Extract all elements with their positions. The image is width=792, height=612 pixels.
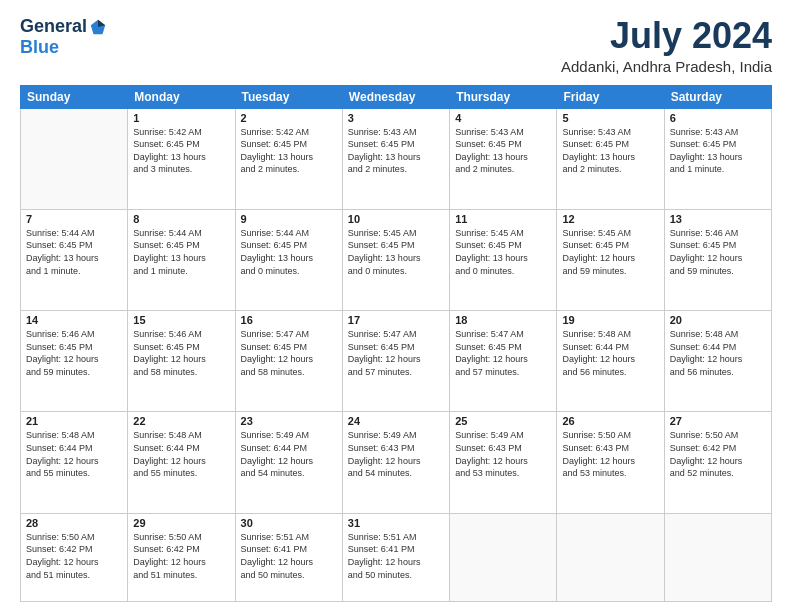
calendar-page: General Blue July 2024 Addanki, Andhra P… [0,0,792,612]
day-number: 9 [241,213,337,225]
day-number: 13 [670,213,766,225]
day-number: 24 [348,415,444,427]
day-info: Sunrise: 5:48 AMSunset: 6:44 PMDaylight:… [133,429,229,479]
day-number: 22 [133,415,229,427]
calendar-cell: 10Sunrise: 5:45 AMSunset: 6:45 PMDayligh… [342,209,449,310]
day-info: Sunrise: 5:45 AMSunset: 6:45 PMDaylight:… [455,227,551,277]
calendar-cell: 12Sunrise: 5:45 AMSunset: 6:45 PMDayligh… [557,209,664,310]
day-info: Sunrise: 5:50 AMSunset: 6:43 PMDaylight:… [562,429,658,479]
calendar-week-row: 14Sunrise: 5:46 AMSunset: 6:45 PMDayligh… [21,311,772,412]
day-number: 25 [455,415,551,427]
day-info: Sunrise: 5:46 AMSunset: 6:45 PMDaylight:… [133,328,229,378]
calendar-cell: 11Sunrise: 5:45 AMSunset: 6:45 PMDayligh… [450,209,557,310]
day-number: 18 [455,314,551,326]
day-info: Sunrise: 5:49 AMSunset: 6:43 PMDaylight:… [455,429,551,479]
calendar-header-monday: Monday [128,85,235,108]
day-info: Sunrise: 5:43 AMSunset: 6:45 PMDaylight:… [562,126,658,176]
calendar-header-row: SundayMondayTuesdayWednesdayThursdayFrid… [21,85,772,108]
day-number: 8 [133,213,229,225]
logo-blue-text: Blue [20,37,59,58]
day-info: Sunrise: 5:43 AMSunset: 6:45 PMDaylight:… [455,126,551,176]
title-block: July 2024 Addanki, Andhra Pradesh, India [561,16,772,75]
calendar-cell: 7Sunrise: 5:44 AMSunset: 6:45 PMDaylight… [21,209,128,310]
calendar-cell: 15Sunrise: 5:46 AMSunset: 6:45 PMDayligh… [128,311,235,412]
calendar-cell: 26Sunrise: 5:50 AMSunset: 6:43 PMDayligh… [557,412,664,513]
day-info: Sunrise: 5:49 AMSunset: 6:44 PMDaylight:… [241,429,337,479]
day-number: 12 [562,213,658,225]
day-info: Sunrise: 5:51 AMSunset: 6:41 PMDaylight:… [241,531,337,581]
day-number: 30 [241,517,337,529]
day-number: 19 [562,314,658,326]
calendar-cell: 3Sunrise: 5:43 AMSunset: 6:45 PMDaylight… [342,108,449,209]
day-number: 2 [241,112,337,124]
day-info: Sunrise: 5:50 AMSunset: 6:42 PMDaylight:… [670,429,766,479]
day-number: 21 [26,415,122,427]
calendar-header-thursday: Thursday [450,85,557,108]
calendar-week-row: 1Sunrise: 5:42 AMSunset: 6:45 PMDaylight… [21,108,772,209]
calendar-cell: 30Sunrise: 5:51 AMSunset: 6:41 PMDayligh… [235,513,342,601]
calendar-cell: 6Sunrise: 5:43 AMSunset: 6:45 PMDaylight… [664,108,771,209]
location: Addanki, Andhra Pradesh, India [561,58,772,75]
day-number: 20 [670,314,766,326]
day-info: Sunrise: 5:46 AMSunset: 6:45 PMDaylight:… [26,328,122,378]
calendar-cell: 1Sunrise: 5:42 AMSunset: 6:45 PMDaylight… [128,108,235,209]
calendar-cell: 28Sunrise: 5:50 AMSunset: 6:42 PMDayligh… [21,513,128,601]
day-number: 3 [348,112,444,124]
day-number: 10 [348,213,444,225]
day-info: Sunrise: 5:44 AMSunset: 6:45 PMDaylight:… [26,227,122,277]
day-info: Sunrise: 5:42 AMSunset: 6:45 PMDaylight:… [241,126,337,176]
calendar-cell [664,513,771,601]
calendar-table: SundayMondayTuesdayWednesdayThursdayFrid… [20,85,772,602]
logo-blue: Blue [20,37,59,57]
calendar-cell: 31Sunrise: 5:51 AMSunset: 6:41 PMDayligh… [342,513,449,601]
calendar-header-friday: Friday [557,85,664,108]
day-number: 27 [670,415,766,427]
calendar-header-wednesday: Wednesday [342,85,449,108]
day-number: 16 [241,314,337,326]
logo-general: General [20,16,87,37]
calendar-header-sunday: Sunday [21,85,128,108]
day-number: 15 [133,314,229,326]
day-number: 11 [455,213,551,225]
day-info: Sunrise: 5:46 AMSunset: 6:45 PMDaylight:… [670,227,766,277]
calendar-week-row: 7Sunrise: 5:44 AMSunset: 6:45 PMDaylight… [21,209,772,310]
day-info: Sunrise: 5:45 AMSunset: 6:45 PMDaylight:… [562,227,658,277]
calendar-cell: 25Sunrise: 5:49 AMSunset: 6:43 PMDayligh… [450,412,557,513]
calendar-cell: 8Sunrise: 5:44 AMSunset: 6:45 PMDaylight… [128,209,235,310]
day-number: 17 [348,314,444,326]
calendar-cell [21,108,128,209]
calendar-cell: 19Sunrise: 5:48 AMSunset: 6:44 PMDayligh… [557,311,664,412]
logo-icon [89,18,107,36]
day-info: Sunrise: 5:48 AMSunset: 6:44 PMDaylight:… [26,429,122,479]
day-info: Sunrise: 5:45 AMSunset: 6:45 PMDaylight:… [348,227,444,277]
day-info: Sunrise: 5:47 AMSunset: 6:45 PMDaylight:… [455,328,551,378]
calendar-cell: 18Sunrise: 5:47 AMSunset: 6:45 PMDayligh… [450,311,557,412]
day-number: 26 [562,415,658,427]
day-number: 4 [455,112,551,124]
day-info: Sunrise: 5:51 AMSunset: 6:41 PMDaylight:… [348,531,444,581]
calendar-cell: 24Sunrise: 5:49 AMSunset: 6:43 PMDayligh… [342,412,449,513]
calendar-cell: 2Sunrise: 5:42 AMSunset: 6:45 PMDaylight… [235,108,342,209]
day-number: 5 [562,112,658,124]
day-number: 28 [26,517,122,529]
calendar-cell: 9Sunrise: 5:44 AMSunset: 6:45 PMDaylight… [235,209,342,310]
day-number: 29 [133,517,229,529]
calendar-cell: 13Sunrise: 5:46 AMSunset: 6:45 PMDayligh… [664,209,771,310]
calendar-cell [557,513,664,601]
calendar-week-row: 21Sunrise: 5:48 AMSunset: 6:44 PMDayligh… [21,412,772,513]
day-info: Sunrise: 5:47 AMSunset: 6:45 PMDaylight:… [241,328,337,378]
day-info: Sunrise: 5:44 AMSunset: 6:45 PMDaylight:… [241,227,337,277]
day-info: Sunrise: 5:43 AMSunset: 6:45 PMDaylight:… [670,126,766,176]
logo: General Blue [20,16,107,58]
day-info: Sunrise: 5:48 AMSunset: 6:44 PMDaylight:… [670,328,766,378]
calendar-cell: 17Sunrise: 5:47 AMSunset: 6:45 PMDayligh… [342,311,449,412]
day-number: 7 [26,213,122,225]
calendar-cell: 27Sunrise: 5:50 AMSunset: 6:42 PMDayligh… [664,412,771,513]
day-info: Sunrise: 5:48 AMSunset: 6:44 PMDaylight:… [562,328,658,378]
calendar-cell: 14Sunrise: 5:46 AMSunset: 6:45 PMDayligh… [21,311,128,412]
header: General Blue July 2024 Addanki, Andhra P… [20,16,772,75]
day-info: Sunrise: 5:44 AMSunset: 6:45 PMDaylight:… [133,227,229,277]
day-number: 31 [348,517,444,529]
day-number: 6 [670,112,766,124]
day-info: Sunrise: 5:42 AMSunset: 6:45 PMDaylight:… [133,126,229,176]
